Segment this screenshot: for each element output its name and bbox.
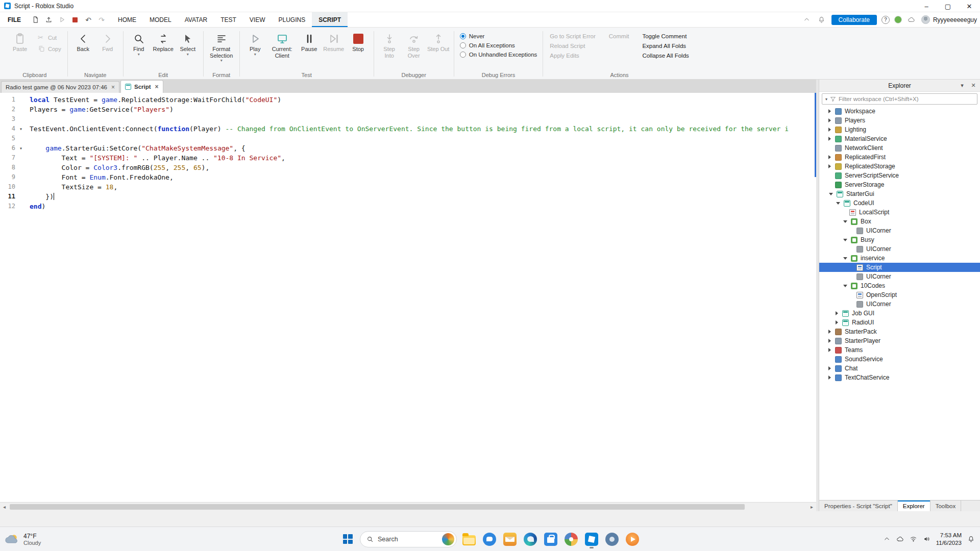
start-button[interactable] [337, 529, 358, 549]
tree-item-uicorner[interactable]: UICorner [819, 226, 980, 235]
code-line[interactable]: }) [30, 192, 816, 202]
expand-arrow-icon[interactable] [828, 339, 831, 343]
scroll-right-icon[interactable]: ▸ [807, 504, 816, 510]
code-line[interactable] [30, 114, 816, 124]
h-scroll-thumb[interactable] [10, 504, 745, 510]
menu-tab-model[interactable]: MODEL [143, 12, 178, 27]
code-line[interactable]: end) [30, 202, 816, 211]
step-over-button[interactable]: Step Over [402, 31, 426, 61]
select-button[interactable]: Select ▾ [176, 31, 200, 58]
edge-icon[interactable] [520, 529, 541, 549]
expand-arrow-icon[interactable] [828, 155, 831, 159]
step-out-button[interactable]: Step Out [427, 31, 450, 55]
fold-arrow-icon[interactable]: ▾ [15, 143, 27, 153]
tree-item-replicatedfirst[interactable]: ReplicatedFirst [819, 153, 980, 162]
expand-arrow-icon[interactable] [828, 137, 831, 141]
copy-button[interactable]: Copy [35, 44, 64, 54]
code-line[interactable]: local TestEvent = game.ReplicatedStorage… [30, 95, 816, 105]
tree-item-starterplayer[interactable]: StarterPlayer [819, 336, 980, 345]
help-icon[interactable]: ? [881, 16, 890, 24]
tree-item-localscript[interactable]: LocalScript [819, 208, 980, 217]
forward-button[interactable]: Fwd [96, 31, 119, 55]
radio-icon[interactable] [460, 52, 466, 58]
tree-item-job-gui[interactable]: Job GUI [819, 309, 980, 318]
action-toggle-comment[interactable]: Toggle Comment [642, 33, 689, 39]
roblox-studio-icon[interactable] [581, 529, 602, 549]
collapse-arrow-icon[interactable] [843, 220, 847, 223]
undo-icon[interactable]: ↶ [83, 14, 94, 26]
tree-item-script[interactable]: Script [819, 263, 980, 272]
pause-button[interactable]: Pause [298, 31, 321, 55]
expand-arrow-icon[interactable] [828, 128, 831, 132]
collapse-arrow-icon[interactable] [843, 285, 847, 287]
back-button[interactable]: Back [71, 31, 95, 55]
play-dropdown-icon[interactable]: ▾ [254, 54, 256, 56]
code-editor[interactable]: 1234▾56▾789101112 local TestEvent = game… [0, 93, 816, 502]
collapse-arrow-icon[interactable] [843, 239, 847, 241]
code-lines[interactable]: local TestEvent = game.ReplicatedStorage… [30, 93, 816, 502]
play-button[interactable]: Play ▾ [243, 31, 267, 58]
find-button[interactable]: Find ▾ [127, 31, 151, 58]
debug-option-on-all-exceptions[interactable]: On All Exceptions [460, 42, 537, 48]
record-stop-icon[interactable] [69, 14, 81, 26]
expand-arrow-icon[interactable] [836, 320, 838, 324]
notification-center-icon[interactable] [967, 535, 975, 543]
doc-tab-script[interactable]: Script× [120, 80, 163, 93]
panel-close-icon[interactable]: ✕ [969, 81, 978, 90]
minimize-button[interactable]: – [916, 0, 937, 12]
collaborate-button[interactable]: Collaborate [831, 15, 877, 25]
expand-arrow-icon[interactable] [828, 109, 831, 113]
action-apply-edits[interactable]: Apply Edits [550, 53, 595, 59]
mail-icon[interactable] [500, 529, 520, 549]
doc-tab-radio-test-game-06-nov-2023-07[interactable]: Radio test game @ 06 Nov 2023 07:46× [1, 81, 119, 93]
photos-icon[interactable] [561, 529, 581, 549]
format-dropdown-icon[interactable]: ▾ [220, 60, 223, 62]
tree-item-starterpack[interactable]: StarterPack [819, 327, 980, 336]
ribbon-collapse-icon[interactable] [802, 15, 812, 25]
publish-icon[interactable] [43, 14, 54, 26]
weather-widget[interactable]: 47°F Cloudy [5, 532, 41, 546]
expand-arrow-icon[interactable] [828, 330, 831, 334]
expand-arrow-icon[interactable] [836, 311, 838, 315]
action-reload-script[interactable]: Reload Script [550, 43, 595, 49]
expand-arrow-icon[interactable] [828, 164, 831, 168]
panel-tab-toolbox[interactable]: Toolbox [930, 500, 962, 511]
presence-avatar-icon[interactable] [894, 16, 902, 23]
explorer-filter-input[interactable]: ▾ Filter workspace (Ctrl+Shift+X) [822, 93, 977, 105]
stop-button[interactable]: Stop [347, 31, 370, 55]
collapse-arrow-icon[interactable] [843, 257, 847, 260]
expand-arrow-icon[interactable] [828, 348, 831, 352]
notifications-bell-icon[interactable] [817, 15, 827, 25]
expand-arrow-icon[interactable] [828, 375, 831, 380]
action-go-to-script-error[interactable]: Go to Script Error [550, 33, 595, 39]
menu-tab-home[interactable]: HOME [111, 12, 143, 27]
user-account-button[interactable]: Ryyyeeeeeeguy [921, 15, 977, 24]
code-line[interactable]: TestEvent.OnClientEvent:Connect(function… [30, 124, 816, 134]
menu-tab-plugins[interactable]: PLUGINS [272, 12, 312, 27]
code-line[interactable]: Players = game:GetService("Players") [30, 105, 816, 114]
replace-button[interactable]: Replace [152, 31, 175, 55]
wifi-icon[interactable] [910, 535, 917, 543]
play-quick-icon[interactable] [56, 14, 67, 26]
panel-tab-properties[interactable]: Properties - Script "Script" [819, 500, 898, 511]
current-client-button[interactable]: Current: Client [268, 31, 297, 61]
code-line[interactable]: TextSize = 18, [30, 182, 816, 192]
menu-tab-avatar[interactable]: AVATAR [178, 12, 214, 27]
paste-button[interactable]: Paste [6, 31, 34, 55]
tree-item-textchatservice[interactable]: TextChatService [819, 373, 980, 382]
tree-item-inservice[interactable]: inservice [819, 254, 980, 263]
collapse-arrow-icon[interactable] [836, 202, 840, 205]
cut-button[interactable]: ✂Cut [35, 33, 64, 42]
code-line[interactable]: game.StarterGui:SetCore("ChatMakeSystemM… [30, 143, 816, 153]
code-line[interactable]: Font = Enum.Font.FredokaOne, [30, 172, 816, 182]
menu-tab-script[interactable]: SCRIPT [312, 12, 348, 27]
taskbar-clock[interactable]: 7:53 AM 11/6/2023 [936, 532, 962, 547]
taskbar-search[interactable]: Search [360, 531, 457, 547]
tree-item-workspace[interactable]: Workspace [819, 107, 980, 116]
close-tab-icon[interactable]: × [110, 84, 115, 91]
resume-button[interactable]: Resume [322, 31, 346, 55]
menu-tab-test[interactable]: TEST [214, 12, 243, 27]
fold-arrow-icon[interactable]: ▾ [15, 124, 27, 134]
tree-item-startergui[interactable]: StarterGui [819, 189, 980, 198]
search-highlight-icon[interactable] [442, 533, 454, 545]
